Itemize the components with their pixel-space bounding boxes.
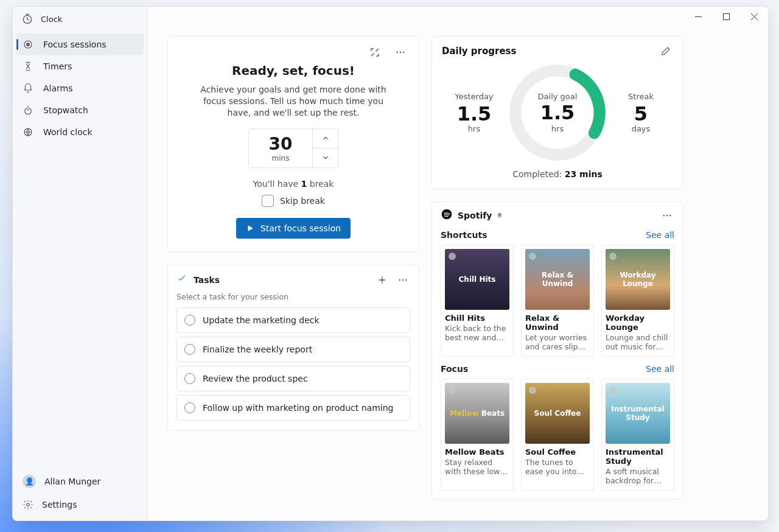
stat-yesterday: Yesterday 1.5 hrs <box>447 92 501 133</box>
playlist-desc: A soft musical backdrop for your … <box>606 467 670 485</box>
playlist-desc: Kick back to the best new and rece… <box>445 324 509 342</box>
task-row[interactable]: Update the marketing deck <box>176 307 410 333</box>
nav-item-focus-sessions[interactable]: Focus sessions <box>16 33 144 55</box>
nav-item-stopwatch[interactable]: Stopwatch <box>16 99 144 121</box>
playlist-desc: Stay relaxed with these low-key beat… <box>445 458 509 476</box>
sidebar: Clock Focus sessions Timers Alarms Stopw… <box>13 7 148 520</box>
playlist-name: Mellow Beats <box>445 447 509 457</box>
duration-increase-button[interactable] <box>312 129 338 148</box>
progress-title: Daily progress <box>442 46 516 57</box>
nav-label: Stopwatch <box>43 105 88 115</box>
task-row[interactable]: Follow up with marketing on product nami… <box>176 395 410 421</box>
svg-point-8 <box>397 52 398 53</box>
duration-unit: mins <box>249 154 312 163</box>
user-account[interactable]: 👤 Allan Munger <box>16 469 144 494</box>
playlist-name: Chill Hits <box>445 313 509 323</box>
avatar: 👤 <box>23 475 36 488</box>
skip-break-checkbox[interactable] <box>262 195 274 207</box>
sidebar-bottom: 👤 Allan Munger Settings <box>13 466 147 520</box>
app-title: Clock <box>41 15 62 24</box>
playlist-art: Workday Lounge <box>606 249 670 310</box>
settings-label: Settings <box>42 500 77 509</box>
nav-label: Focus sessions <box>43 40 107 49</box>
shortcuts-see-all[interactable]: See all <box>646 230 674 240</box>
tasks-title: Tasks <box>194 275 220 285</box>
tasks-subtitle: Select a task for your session <box>176 292 410 301</box>
app-icon <box>21 13 33 25</box>
playlist-name: Workday Lounge <box>606 313 670 332</box>
nav-item-alarms[interactable]: Alarms <box>16 77 144 99</box>
focus-playlists-title: Focus <box>441 364 468 374</box>
main-content: Ready, set, focus! Achieve your goals an… <box>148 7 768 520</box>
playlist-art: Soul Coffee <box>525 383 590 444</box>
skip-break-row: Skip break <box>179 195 408 207</box>
gear-icon <box>23 499 33 510</box>
task-radio[interactable] <box>184 344 195 355</box>
svg-point-13 <box>405 279 407 280</box>
playlist-name: Instrumental Study <box>606 447 670 466</box>
duration-decrease-button[interactable] <box>312 148 338 167</box>
focus-card: Ready, set, focus! Achieve your goals an… <box>167 36 419 253</box>
progress-card: Daily progress Yesterday 1.5 hrs <box>431 36 683 189</box>
stat-streak: Streak 5 days <box>613 92 668 133</box>
task-label: Follow up with marketing on product nami… <box>203 403 393 413</box>
spotify-icon <box>441 208 453 223</box>
spotify-brand: Spotify <box>458 211 492 220</box>
task-row[interactable]: Review the product spec <box>176 366 410 391</box>
nav-item-timers[interactable]: Timers <box>16 55 144 77</box>
task-radio[interactable] <box>184 402 195 413</box>
edit-goal-button[interactable] <box>658 44 673 58</box>
playlist-chill-hits[interactable]: Chill Hits Chill Hits Kick back to the b… <box>441 245 514 357</box>
start-focus-label: Start focus session <box>260 223 341 233</box>
fullscreen-button[interactable] <box>368 45 382 60</box>
svg-point-17 <box>663 215 665 216</box>
tasks-icon <box>176 273 187 287</box>
task-radio[interactable] <box>184 373 195 384</box>
focus-see-all[interactable]: See all <box>646 364 674 374</box>
tasks-more-button[interactable] <box>396 273 410 287</box>
more-button[interactable] <box>393 45 408 60</box>
settings-button[interactable]: Settings <box>16 494 144 516</box>
duration-value: 30 <box>249 134 312 154</box>
playlist-instrumental-study[interactable]: Instrumental Study Instrumental Study A … <box>601 379 674 491</box>
progress-ring: Daily goal 1.5 hrs <box>507 62 608 163</box>
task-radio[interactable] <box>184 315 195 326</box>
shortcuts-title: Shortcuts <box>441 230 487 240</box>
playlist-art: Mellow Beats <box>445 383 509 444</box>
globe-icon <box>23 127 33 138</box>
spotify-card: Spotify® Shortcuts See all Chill Hits Ch… <box>431 201 683 500</box>
break-info: You'll have 1 break <box>179 179 408 189</box>
playlist-desc: Lounge and chill out music for your wor… <box>606 333 670 351</box>
svg-point-12 <box>402 279 403 280</box>
svg-point-10 <box>403 52 404 53</box>
app-header: Clock <box>13 7 147 32</box>
playlist-name: Soul Coffee <box>525 447 590 457</box>
playlist-soul-coffee[interactable]: Soul Coffee Soul Coffee The tunes to eas… <box>521 379 594 491</box>
playlist-desc: Let your worries and cares slip away. <box>525 333 590 351</box>
playlist-workday-lounge[interactable]: Workday Lounge Workday Lounge Lounge and… <box>601 245 674 357</box>
playlist-desc: The tunes to ease you into your day. <box>525 458 590 476</box>
nav-item-world-clock[interactable]: World clock <box>16 121 144 143</box>
skip-break-label: Skip break <box>280 196 325 206</box>
focus-playlists-row: Mellow Beats Mellow Beats Stay relaxed w… <box>441 379 674 491</box>
playlist-mellow-beats[interactable]: Mellow Beats Mellow Beats Stay relaxed w… <box>441 379 514 491</box>
spotify-more-button[interactable] <box>660 208 674 223</box>
task-label: Review the product spec <box>203 374 308 383</box>
focus-subtitle: Achieve your goals and get more done wit… <box>200 84 387 119</box>
app-window: Clock Focus sessions Timers Alarms Stopw… <box>12 6 769 521</box>
duration-stepper: 30 mins <box>248 128 338 168</box>
playlist-relax-unwind[interactable]: Relax & Unwind Relax & Unwind Let your w… <box>521 245 594 357</box>
tasks-card: Tasks Select a task for your session Upd… <box>167 265 419 431</box>
timer-icon <box>23 61 33 72</box>
nav: Focus sessions Timers Alarms Stopwatch W… <box>13 32 147 144</box>
add-task-button[interactable] <box>375 273 390 287</box>
duration-display[interactable]: 30 mins <box>249 129 312 167</box>
focus-title: Ready, set, focus! <box>179 63 408 78</box>
svg-point-19 <box>669 215 671 216</box>
svg-point-11 <box>399 279 400 280</box>
stopwatch-icon <box>23 105 33 116</box>
task-row[interactable]: Finalize the weekly report <box>176 337 410 362</box>
start-focus-button[interactable]: Start focus session <box>236 218 351 239</box>
svg-point-2 <box>27 43 30 46</box>
playlist-art: Chill Hits <box>445 249 509 310</box>
